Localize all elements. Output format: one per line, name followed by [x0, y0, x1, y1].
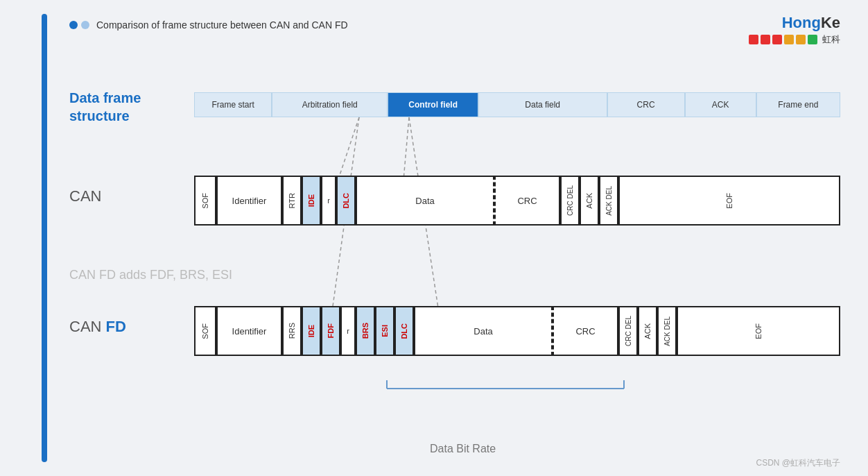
- field-frame-start: Frame start: [194, 92, 272, 117]
- canfd-r: r: [340, 306, 356, 356]
- logo-chinese: 虹科: [822, 33, 840, 46]
- canfd-crc: CRC: [553, 306, 618, 356]
- diagram-svg: [0, 0, 868, 476]
- data-bit-rate-label: Data Bit Rate: [430, 443, 496, 455]
- field-crc: CRC: [607, 92, 685, 117]
- logo-squares: 虹科: [749, 33, 840, 46]
- logo-sq-4: [784, 35, 794, 44]
- canfd-data: Data: [414, 306, 553, 356]
- fields-bar: Frame start Arbitration field Control fi…: [194, 92, 840, 117]
- can-data: Data: [356, 176, 494, 226]
- canfd-rrs: RRS: [282, 306, 302, 356]
- header-title: Comparison of frame structure between CA…: [96, 19, 348, 31]
- can-sof: SOF: [194, 176, 216, 226]
- logo-sq-1: [749, 35, 758, 44]
- logo-text: HongKe: [749, 14, 840, 32]
- canfd-sof: SOF: [194, 306, 216, 356]
- header: Comparison of frame structure between CA…: [69, 19, 348, 31]
- can-r: r: [321, 176, 336, 226]
- field-control: Control field: [388, 92, 478, 117]
- can-ack: ACK: [580, 176, 599, 226]
- field-data: Data field: [478, 92, 607, 117]
- can-dlc: DLC: [336, 176, 356, 226]
- dot-blue: [69, 21, 78, 29]
- can-crc: CRC: [494, 176, 560, 226]
- field-frame-end: Frame end: [756, 92, 840, 117]
- dot-lightblue: [81, 21, 89, 29]
- field-ack: ACK: [685, 92, 756, 117]
- logo: HongKe 虹科: [749, 14, 840, 46]
- logo-sq-2: [761, 35, 770, 44]
- can-ide: IDE: [302, 176, 321, 226]
- can-identifier: Identifier: [216, 176, 282, 226]
- left-accent-bar: [42, 14, 47, 462]
- canfd-frame-row: SOF Identifier RRS IDE FDF r BRS ESI DLC…: [194, 306, 840, 356]
- canfd-ide: IDE: [302, 306, 321, 356]
- footer-label: CSDN @虹科汽车电子: [756, 457, 840, 469]
- logo-sq-6: [808, 35, 817, 44]
- canfd-dlc: DLC: [394, 306, 414, 356]
- canfd-note: CAN FD adds FDF, BRS, ESI: [69, 268, 232, 282]
- header-dots: [69, 21, 89, 29]
- canfd-identifier: Identifier: [216, 306, 282, 356]
- canfd-ack: ACK: [638, 306, 657, 356]
- can-frame-row: SOF Identifier RTR IDE r DLC Data CRC CR…: [194, 176, 840, 226]
- logo-sq-5: [796, 35, 806, 44]
- canfd-eof: EOF: [677, 306, 840, 356]
- canfd-crc-del: CRC DEL: [618, 306, 638, 356]
- can-crc-del: CRC DEL: [560, 176, 580, 226]
- can-rtr: RTR: [282, 176, 302, 226]
- logo-sq-3: [772, 35, 782, 44]
- can-label: CAN: [69, 187, 101, 205]
- canfd-ack-del: ACK DEL: [657, 306, 677, 356]
- canfd-esi: ESI: [375, 306, 394, 356]
- canfd-brs: BRS: [356, 306, 375, 356]
- canfd-label: CAN FD: [69, 318, 126, 336]
- df-label: Data frame structure: [69, 89, 141, 125]
- canfd-fdf: FDF: [321, 306, 340, 356]
- can-eof: EOF: [618, 176, 840, 226]
- can-ack-del: ACK DEL: [599, 176, 618, 226]
- field-arbitration: Arbitration field: [272, 92, 388, 117]
